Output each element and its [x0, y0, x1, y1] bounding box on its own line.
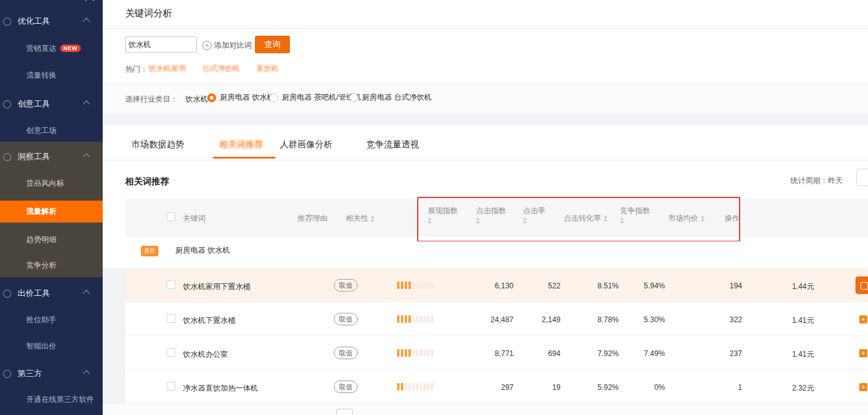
third-party-icon [3, 370, 11, 378]
tab-market-trend[interactable]: 市场数据趋势 [132, 139, 184, 150]
sort-icon[interactable] [701, 216, 705, 222]
sidebar-item-rank-helper[interactable]: 抢位助手 [0, 312, 103, 328]
cvr-cell: 5.94% [612, 281, 665, 290]
sidebar-item-creative-studio[interactable]: 创意工场 [0, 122, 103, 139]
hot-tag[interactable]: 直饮机 [256, 63, 279, 74]
keyword-cell: 净水器直饮加热一体机 [183, 383, 258, 394]
add-word-button[interactable] [855, 276, 868, 294]
impressions-cell: 6,130 [438, 281, 514, 290]
pagination-partial-control[interactable] [336, 409, 353, 415]
sidebar-item-traffic-analysis-active[interactable]: 流量解析 [0, 201, 103, 223]
hot-tag[interactable]: 饮水机家用 [148, 63, 186, 74]
price-cell: 2.32元 [748, 383, 814, 394]
app-root: 优化工具 营销直达 NEW 流量转换 创意工具 创意工场 洞察工具 货品风向标 … [0, 0, 868, 415]
sidebar-item-marketing-direct[interactable]: 营销直达 NEW [0, 40, 103, 56]
chevron-up-icon [83, 153, 90, 160]
reason-tag: 取值 [334, 381, 358, 393]
sidebar-item-label: 创意工场 [26, 125, 56, 136]
sidebar-group-optimize[interactable]: 优化工具 [0, 13, 103, 30]
competition-cell: 322 [679, 315, 742, 324]
hot-label: 热门： [125, 64, 148, 75]
sidebar-group-label: 创意工具 [18, 98, 50, 110]
reason-tag: 取值 [334, 347, 358, 359]
row-checkbox[interactable] [167, 382, 175, 391]
tab-audience-analysis[interactable]: 人群画像分析 [280, 139, 333, 150]
sidebar-group-bidding[interactable]: 出价工具 [0, 285, 103, 302]
col-action: 操作 [725, 213, 740, 224]
table-row: 净水器直饮加热一体机 取值 297 19 5.92% 0% 1 2.32元 + [125, 370, 868, 404]
select-all-checkbox[interactable] [167, 213, 175, 221]
sidebar-item-third-party-software[interactable]: 开通在线第三方软件 [0, 391, 103, 407]
add-word-icon[interactable]: + [859, 383, 867, 391]
page-title: 关键词分析 [125, 8, 172, 19]
sidebar-group-third-party[interactable]: 第三方 [0, 365, 103, 382]
sort-icon[interactable] [371, 216, 375, 222]
sidebar-item-trend-detail[interactable]: 趋势明细 [0, 231, 103, 248]
sort-icon[interactable] [428, 218, 431, 224]
tab-related-words-active[interactable]: 相关词推荐 [219, 139, 263, 150]
add-compare-label: 添加对比词 [214, 40, 252, 51]
sidebar-item-label: 营销直达 [26, 43, 56, 54]
add-compare-link[interactable]: + 添加对比词 [202, 40, 252, 51]
category-badge: 类目 [141, 246, 158, 256]
cvr-cell: 5.30% [612, 315, 665, 324]
category-option-2[interactable]: 厨房电器 茶吧机/管线机 [269, 92, 361, 103]
sort-icon[interactable] [604, 216, 607, 222]
optimize-tools-icon [3, 18, 11, 26]
impressions-cell: 24,487 [438, 315, 514, 324]
sidebar-group-insight[interactable]: 洞察工具 [0, 148, 103, 165]
new-badge: NEW [60, 45, 81, 52]
add-word-icon[interactable]: + [859, 349, 867, 357]
clicks-cell: 694 [510, 349, 561, 358]
category-option-1[interactable]: 厨房电器 饮水机 [207, 92, 274, 103]
hot-tag[interactable]: 台式净饮机 [202, 63, 240, 74]
sidebar-group-creative[interactable]: 创意工具 [0, 95, 103, 113]
impressions-cell: 8,771 [438, 349, 514, 358]
sidebar-item-product-trend[interactable]: 货品风向标 [0, 175, 103, 191]
col-cvr: 点击转化率 [564, 213, 607, 224]
keyword-cell: 饮水机下置水桶 [183, 315, 235, 326]
row-checkbox[interactable] [167, 348, 175, 357]
reason-tag: 取值 [334, 279, 358, 292]
add-word-icon[interactable]: + [859, 315, 867, 323]
keyword-input[interactable] [125, 36, 197, 53]
category-option-3[interactable]: 厨房电器 台式净饮机 [349, 92, 431, 103]
impressions-cell: 297 [438, 383, 514, 392]
row-checkbox[interactable] [167, 280, 175, 289]
sidebar-item-traffic-convert[interactable]: 流量转换 [0, 67, 103, 83]
collapse-icon[interactable] [85, 0, 94, 5]
sort-icon[interactable] [523, 218, 527, 224]
insight-tools-icon [3, 153, 11, 161]
radio-icon [269, 93, 278, 102]
active-tab-underline [213, 157, 276, 159]
query-button[interactable]: 查询 [255, 36, 290, 53]
reason-tag: 取值 [334, 313, 358, 325]
sort-icon[interactable] [476, 218, 480, 224]
col-clicks: 点击指数 [476, 206, 506, 224]
category-option-label: 厨房电器 饮水机 [220, 92, 274, 103]
competition-cell: 237 [679, 349, 742, 358]
row-checkbox[interactable] [167, 314, 175, 323]
category-option-label: 厨房电器 台式净饮机 [362, 92, 431, 103]
ctr-cell: 7.92% [559, 349, 619, 358]
price-cell: 1.41元 [748, 315, 814, 326]
divider [103, 28, 868, 29]
sidebar-item-label: 流量解析 [26, 206, 56, 217]
table-row: 饮水机办公室 取值 8,771 694 7.92% 7.49% 237 1.41… [125, 336, 868, 370]
cvr-cell: 7.49% [612, 349, 665, 358]
sidebar-item-label: 抢位助手 [26, 315, 56, 325]
sidebar-item-smart-bid[interactable]: 智能出价 [0, 338, 103, 354]
sidebar-item-label: 货品风向标 [26, 178, 64, 189]
sidebar-item-label: 开通在线第三方软件 [26, 394, 94, 405]
keyword-cell: 饮水机办公室 [183, 349, 228, 360]
sidebar-group-label: 第三方 [18, 368, 42, 379]
sort-icon[interactable] [620, 218, 624, 224]
tab-competition-traffic[interactable]: 竞争流量透视 [366, 139, 419, 150]
sidebar-item-competition-analysis[interactable]: 竞争分析 [0, 257, 103, 273]
competition-cell: 1 [679, 383, 742, 392]
sidebar-group-label: 优化工具 [18, 16, 50, 27]
radio-icon [349, 93, 358, 102]
section-title: 相关词推荐 [125, 176, 169, 187]
chevron-up-icon [83, 290, 90, 297]
date-range-select[interactable] [856, 169, 868, 186]
